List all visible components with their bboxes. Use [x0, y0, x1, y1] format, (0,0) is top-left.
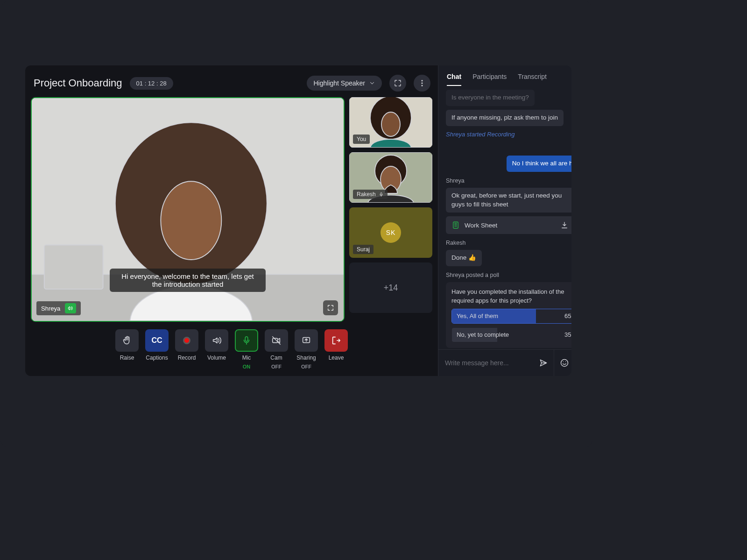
hand-icon: [122, 335, 132, 346]
chat-message: Ok great, before we start, just need you…: [446, 188, 571, 213]
chat-sender: Rakesh: [446, 240, 571, 246]
leave-label: Leave: [329, 354, 344, 361]
thumbnail-label: Rakesh: [353, 190, 388, 199]
layout-dropdown-label: Highlight Speaker: [313, 79, 365, 87]
file-name: Work Sheet: [465, 222, 556, 229]
svg-rect-14: [381, 192, 382, 195]
meeting-title: Project Onboarding: [34, 77, 122, 89]
send-icon: [539, 358, 548, 368]
poll-option[interactable]: No, yet to complete 35%: [451, 327, 571, 342]
send-button[interactable]: [533, 350, 554, 376]
meeting-timer: 01 : 12 : 28: [130, 77, 173, 90]
more-options-button[interactable]: [414, 75, 430, 92]
thumbnail-you[interactable]: You: [349, 97, 432, 148]
side-tabs: Chat Participants Transcript: [438, 65, 571, 86]
expand-icon: [394, 79, 402, 87]
leave-button[interactable]: [324, 329, 348, 352]
thumbnail-label: You: [353, 135, 370, 144]
svg-point-19: [561, 360, 568, 367]
main-panel: Project Onboarding 01 : 12 : 28 Highligh…: [25, 65, 438, 376]
chat-message: Is everyone in the meeting?: [446, 90, 535, 106]
chevron-down-icon: [369, 80, 375, 86]
kebab-icon: [418, 79, 426, 87]
file-attachment[interactable]: Work Sheet: [446, 216, 571, 234]
chat-scroll[interactable]: Is everyone in the meeting? If anyone mi…: [438, 86, 571, 349]
more-participants-tile[interactable]: +14: [349, 262, 432, 313]
chat-message: Done 👍: [446, 250, 482, 266]
side-panel: Chat Participants Transcript Is everyone…: [438, 65, 571, 376]
captions-label: Captions: [146, 354, 168, 361]
record-button[interactable]: [175, 329, 198, 352]
mic-icon: [379, 192, 384, 197]
more-count: +14: [384, 283, 398, 293]
svg-rect-18: [453, 222, 458, 229]
volume-icon: [211, 335, 222, 346]
thumbnail-rakesh[interactable]: Rakesh: [349, 152, 432, 203]
leave-icon: [331, 335, 341, 346]
tab-chat[interactable]: Chat: [447, 73, 461, 86]
tab-transcript[interactable]: Transcript: [518, 73, 547, 86]
avatar-initials: SK: [381, 222, 401, 243]
download-icon[interactable]: [560, 221, 569, 229]
svg-point-2: [422, 85, 423, 86]
chat-sender: You: [446, 145, 571, 152]
participant-thumbnails: You Rakesh: [349, 97, 432, 322]
layout-dropdown[interactable]: Highlight Speaker: [307, 76, 382, 91]
svg-point-10: [381, 112, 400, 136]
raise-hand-button[interactable]: [115, 329, 139, 352]
main-video[interactable]: Hi everyone, welcome to the team, lets g…: [31, 97, 345, 322]
svg-point-0: [422, 80, 423, 81]
tab-participants[interactable]: Participants: [472, 73, 507, 86]
mic-button[interactable]: [235, 329, 258, 352]
speaker-name-tag: Shreya: [36, 301, 81, 315]
chat-message: If anyone missing, plz ask them to join: [446, 110, 564, 126]
cam-label: Cam: [270, 354, 282, 361]
emoji-button[interactable]: [554, 350, 571, 376]
fullscreen-button[interactable]: [389, 75, 406, 92]
raise-label: Raise: [120, 354, 134, 361]
volume-label: Volume: [207, 354, 226, 361]
mic-label: Mic: [242, 354, 251, 361]
chat-message-own: No I think we all are here: [507, 156, 571, 172]
svg-rect-15: [245, 337, 248, 341]
record-icon: [183, 337, 190, 344]
thumbnail-label: Suraj: [353, 245, 374, 254]
sharing-label: Sharing: [296, 354, 316, 361]
chat-sender: Shreya: [446, 177, 571, 184]
record-label: Record: [178, 354, 196, 361]
pin-expand-button[interactable]: [323, 300, 338, 315]
poll-header: Shreya posted a poll: [446, 272, 571, 278]
speaking-indicator-icon: [65, 303, 76, 313]
share-icon: [301, 335, 311, 346]
svg-rect-5: [44, 245, 103, 289]
mic-status: ON: [243, 364, 251, 369]
live-caption: Hi everyone, welcome to the team, lets g…: [110, 269, 266, 292]
thumbnail-suraj[interactable]: SK Suraj: [349, 207, 432, 258]
poll-option[interactable]: Yes, All of them 65%: [451, 309, 571, 324]
cam-status: OFF: [271, 364, 282, 369]
sharing-button[interactable]: [295, 329, 318, 352]
system-event: Shreya started Recording: [446, 130, 571, 140]
message-composer: [438, 349, 571, 376]
spreadsheet-icon: [451, 221, 460, 229]
header: Project Onboarding 01 : 12 : 28 Highligh…: [31, 71, 432, 95]
poll-question: Have you completed the installation of t…: [451, 288, 571, 305]
emoji-icon: [560, 358, 569, 368]
poll-card: Have you completed the installation of t…: [446, 282, 571, 347]
cam-button[interactable]: [265, 329, 288, 352]
svg-point-1: [422, 83, 423, 84]
svg-point-7: [161, 181, 221, 260]
sharing-status: OFF: [301, 364, 311, 369]
expand-icon: [327, 304, 334, 312]
captions-button[interactable]: CC: [145, 329, 169, 352]
mic-icon: [241, 335, 252, 346]
message-input[interactable]: [438, 351, 533, 375]
volume-button[interactable]: [205, 329, 228, 352]
cam-off-icon: [271, 335, 282, 346]
control-bar: Raise CC Captions Record Volume: [31, 322, 432, 372]
